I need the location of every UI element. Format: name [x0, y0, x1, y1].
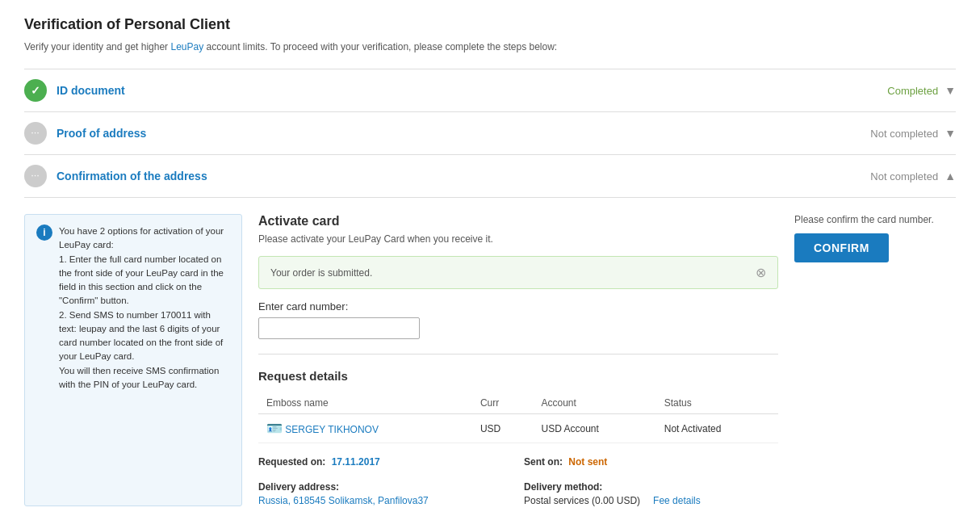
confirm-sidebar: Please confirm the card number. CONFIRM [794, 214, 956, 506]
cell-curr: USD [472, 414, 534, 443]
success-message-box: Your order is submitted. ⊗ [258, 256, 778, 289]
expanded-content: i You have 2 options for activation of y… [24, 198, 956, 516]
subtitle-post: account limits. To proceed with your ver… [203, 41, 557, 52]
delivery-method-label: Delivery method: [524, 481, 778, 493]
confirmation-chevron: ▲ [944, 170, 956, 182]
confirmation-icon: ··· [24, 165, 47, 187]
emboss-name: SERGEY TIKHONOV [285, 424, 379, 435]
cell-status: Not Activated [656, 414, 778, 443]
delivery-address-value: Russia, 618545 Solikamsk, Panfilova37 [258, 495, 513, 506]
id-document-status: Completed [887, 85, 938, 97]
leupay-link[interactable]: LeuPay [170, 41, 203, 52]
request-details-title: Request details [258, 369, 778, 383]
delivery-method-value: Postal services (0.00 USD) [524, 495, 640, 506]
section-id-document[interactable]: ✓ ID document Completed ▼ [24, 69, 956, 112]
confirm-button[interactable]: CONFIRM [794, 233, 889, 262]
sent-on-value: Not sent [568, 456, 607, 468]
proof-of-address-title: Proof of address [57, 127, 870, 140]
activate-card-subtitle: Please activate your LeuPay Card when yo… [258, 233, 778, 245]
info-text: You have 2 options for activation of you… [59, 224, 230, 392]
sent-on: Sent on: Not sent [524, 456, 778, 470]
fee-details-link[interactable]: Fee details [653, 495, 701, 506]
delivery-address-label: Delivery address: [258, 481, 513, 493]
page-title: Verification of Personal Client [24, 16, 956, 33]
delivery-method: Delivery method: Postal services (0.00 U… [524, 481, 778, 506]
table-row: 🪪 SERGEY TIKHONOV USD USD Account Not Ac… [258, 414, 778, 443]
id-document-chevron: ▼ [944, 84, 956, 97]
id-document-title: ID document [57, 84, 887, 97]
card-number-label: Enter card number: [258, 300, 778, 313]
confirmation-status: Not completed [870, 170, 938, 182]
col-header-status: Status [656, 392, 778, 414]
requested-on-label: Requested on: 17.11.2017 [258, 456, 513, 468]
details-grid: Requested on: 17.11.2017 Sent on: Not se… [258, 456, 778, 506]
col-header-account: Account [533, 392, 655, 414]
proof-of-address-icon: ··· [24, 122, 47, 145]
delivery-address: Delivery address: Russia, 618545 Solikam… [258, 481, 513, 506]
col-header-curr: Curr [472, 392, 534, 414]
card-number-input[interactable] [258, 317, 420, 339]
activate-card-section: Activate card Please activate your LeuPa… [258, 214, 778, 506]
requested-on-value: 17.11.2017 [332, 456, 380, 468]
confirm-hint: Please confirm the card number. [794, 214, 956, 225]
info-panel: i You have 2 options for activation of y… [24, 214, 242, 506]
confirmation-title: Confirmation of the address [57, 170, 870, 182]
cell-emboss: 🪪 SERGEY TIKHONOV [258, 414, 472, 443]
section-separator [258, 354, 778, 354]
close-success-button[interactable]: ⊗ [756, 265, 766, 280]
id-document-icon: ✓ [24, 79, 47, 102]
request-table: Emboss name Curr Account Status 🪪 SERGEY… [258, 392, 778, 443]
section-proof-of-address[interactable]: ··· Proof of address Not completed ▼ [24, 112, 956, 155]
requested-on: Requested on: 17.11.2017 [258, 456, 513, 470]
proof-of-address-status: Not completed [870, 128, 938, 140]
section-confirmation-of-address[interactable]: ··· Confirmation of the address Not comp… [24, 155, 956, 198]
proof-of-address-chevron: ▼ [944, 127, 956, 140]
activate-card-title: Activate card [258, 214, 778, 229]
page-subtitle: Verify your identity and get higher LeuP… [24, 41, 956, 52]
cell-account: USD Account [533, 414, 655, 443]
col-header-emboss: Emboss name [258, 392, 472, 414]
subtitle-pre: Verify your identity and get higher [24, 41, 170, 52]
success-message-text: Your order is submitted. [270, 267, 372, 279]
card-icon: 🪪 [266, 422, 283, 435]
info-icon: i [36, 224, 52, 241]
sent-on-label: Sent on: Not sent [524, 456, 778, 468]
